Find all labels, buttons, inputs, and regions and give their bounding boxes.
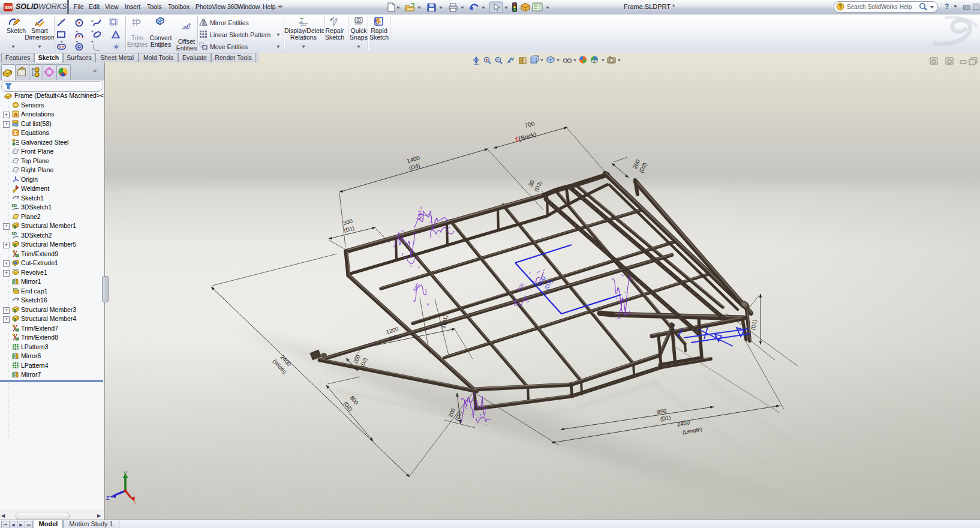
svg-text:?: ? xyxy=(838,4,842,10)
svg-text:A: A xyxy=(14,112,18,118)
svg-text:X: X xyxy=(133,500,137,506)
svg-text:SW: SW xyxy=(5,5,13,10)
svg-text:3D: 3D xyxy=(11,203,17,208)
svg-text:3D: 3D xyxy=(11,232,17,236)
svg-text:±: ± xyxy=(497,58,499,62)
svg-text:Z: Z xyxy=(106,495,110,501)
svg-text:+: + xyxy=(330,17,333,22)
svg-text:Σ: Σ xyxy=(14,130,17,136)
